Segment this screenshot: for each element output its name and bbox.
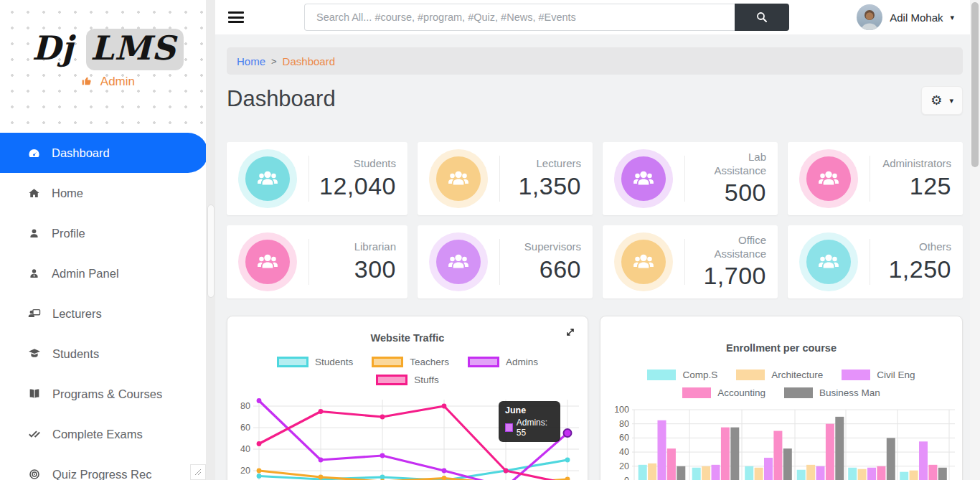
- group-icon: [436, 240, 481, 284]
- breadcrumb-home-link[interactable]: Home: [237, 55, 265, 67]
- website-traffic-card: Website Traffic Students Teachers Admins…: [227, 316, 588, 480]
- role-row: Admin: [0, 75, 215, 89]
- breadcrumb: Home > Dashboard: [227, 47, 963, 75]
- resize-grip-icon: [194, 469, 202, 476]
- expand-icon[interactable]: [565, 326, 576, 341]
- user-menu[interactable]: Adil Mohak ▾: [857, 4, 954, 30]
- legend-item-teachers[interactable]: Teachers: [372, 357, 449, 367]
- legend-item-architecture[interactable]: Architecture: [736, 370, 823, 380]
- chevron-down-icon: ▾: [950, 13, 954, 22]
- page-scrollbar[interactable]: [970, 0, 980, 480]
- stat-card-lecturers: Lecturers 1,350: [418, 142, 593, 215]
- svg-text:40: 40: [619, 447, 629, 457]
- sidebar-item-label: Students: [52, 347, 99, 361]
- icon-halo: [614, 232, 673, 291]
- target-icon: [27, 467, 42, 480]
- sidebar-item-label: Quiz Progress Rec: [52, 468, 151, 480]
- logo-dj: Dj: [32, 29, 74, 67]
- sidebar-item-dashboard[interactable]: Dashboard: [0, 133, 208, 173]
- enrollment-chart[interactable]: 100806040200: [606, 403, 959, 480]
- stat-value: 300: [319, 255, 396, 283]
- icon-halo: [238, 232, 297, 291]
- svg-text:60: 60: [619, 433, 629, 443]
- legend-item-comp-s[interactable]: Comp.S: [647, 370, 717, 380]
- legend-swatch: [647, 370, 676, 380]
- lecturer-board-icon: [27, 306, 42, 321]
- sidebar-item-complete-exams[interactable]: Complete Exams: [0, 414, 215, 454]
- stat-value: 1,250: [880, 255, 951, 283]
- stat-label: Office Assistance: [695, 234, 766, 261]
- stat-card-office-assistance: Office Assistance 1,700: [603, 225, 778, 298]
- sidebar-nav: Dashboard Home Profile Admin Panel Lectu…: [0, 133, 215, 480]
- legend-swatch: [784, 387, 813, 398]
- svg-text:20: 20: [619, 461, 629, 471]
- stat-label: Lecturers: [510, 157, 581, 171]
- title-row: Dashboard ⚙ ▾: [227, 86, 963, 115]
- icon-halo: [238, 149, 297, 208]
- stat-value: 125: [880, 172, 951, 200]
- sidebar-item-lecturers[interactable]: Lecturers: [0, 293, 215, 334]
- sidebar-scrollbar-thumb[interactable]: [207, 204, 215, 298]
- user-name: Adil Mohak: [890, 11, 943, 24]
- legend-item-business-man[interactable]: Business Man: [784, 387, 880, 398]
- gauge-icon: [27, 146, 41, 160]
- group-icon: [806, 240, 851, 284]
- traffic-legend: Students Teachers Admins Stuffs: [233, 357, 582, 385]
- group-icon: [245, 240, 290, 284]
- topbar: Adil Mohak ▾: [215, 0, 980, 34]
- chart-title: Enrollment per course: [606, 342, 956, 354]
- legend-item-civil-eng[interactable]: Civil Eng: [842, 370, 915, 380]
- sidebar-item-label: Programs & Courses: [52, 387, 162, 401]
- stat-label: Supervisors: [510, 240, 581, 254]
- search-input[interactable]: [304, 4, 735, 31]
- book-icon: [27, 387, 42, 401]
- sidebar-item-home[interactable]: Home: [0, 173, 215, 213]
- double-check-icon: [27, 427, 42, 441]
- chart-tooltip: June Admins: 55: [499, 401, 560, 442]
- admin-person-icon: [27, 267, 41, 281]
- sidebar-item-programs-courses[interactable]: Programs & Courses: [0, 374, 215, 414]
- avatar-photo: [857, 6, 882, 30]
- avatar: [857, 4, 882, 30]
- legend-item-students[interactable]: Students: [277, 357, 353, 367]
- stat-label: Librarian: [319, 240, 396, 254]
- page-title: Dashboard: [227, 86, 336, 112]
- resize-handle[interactable]: [190, 464, 206, 480]
- divider: [308, 156, 309, 202]
- sidebar-header: Dj LMS Admin: [0, 0, 215, 129]
- stat-card-students: Students 12,040: [227, 142, 407, 215]
- role-label: Admin: [100, 75, 135, 88]
- divider: [870, 239, 870, 285]
- stat-cards-grid: Students 12,040 Lecturers 1,350 Lab Assi…: [227, 142, 963, 298]
- sidebar-item-students[interactable]: Students: [0, 334, 215, 374]
- logo-lms: LMS: [86, 29, 183, 70]
- graduate-icon: [27, 347, 42, 361]
- settings-dropdown-button[interactable]: ⚙ ▾: [921, 86, 963, 115]
- stat-value: 660: [510, 255, 581, 283]
- sidebar-scrollbar[interactable]: [206, 0, 215, 480]
- menu-toggle-icon[interactable]: [228, 9, 244, 26]
- sidebar-item-profile[interactable]: Profile: [0, 213, 215, 253]
- sidebar-item-quiz-progress[interactable]: Quiz Progress Rec: [0, 454, 215, 480]
- sidebar-item-label: Profile: [52, 227, 85, 240]
- home-icon: [27, 187, 41, 200]
- divider: [308, 239, 309, 285]
- search-bar: [304, 4, 789, 31]
- divider: [684, 239, 685, 285]
- legend-item-admins[interactable]: Admins: [468, 357, 538, 367]
- stat-card-librarian: Librarian 300: [227, 225, 407, 298]
- legend-item-accounting[interactable]: Accounting: [682, 387, 765, 398]
- sidebar-item-label: Home: [52, 187, 83, 200]
- stat-label: Lab Assistance: [695, 151, 766, 178]
- icon-halo: [614, 149, 673, 208]
- stat-value: 1,350: [510, 172, 581, 200]
- divider: [499, 239, 500, 285]
- stat-label: Administrators: [880, 157, 951, 171]
- stat-value: 500: [695, 179, 766, 207]
- sidebar-item-admin-panel[interactable]: Admin Panel: [0, 253, 215, 293]
- legend-swatch: [736, 370, 765, 380]
- legend-item-stuffs[interactable]: Stuffs: [376, 375, 438, 385]
- search-button[interactable]: [735, 4, 789, 31]
- page-scrollbar-thumb[interactable]: [971, 2, 979, 167]
- legend-swatch: [468, 357, 499, 367]
